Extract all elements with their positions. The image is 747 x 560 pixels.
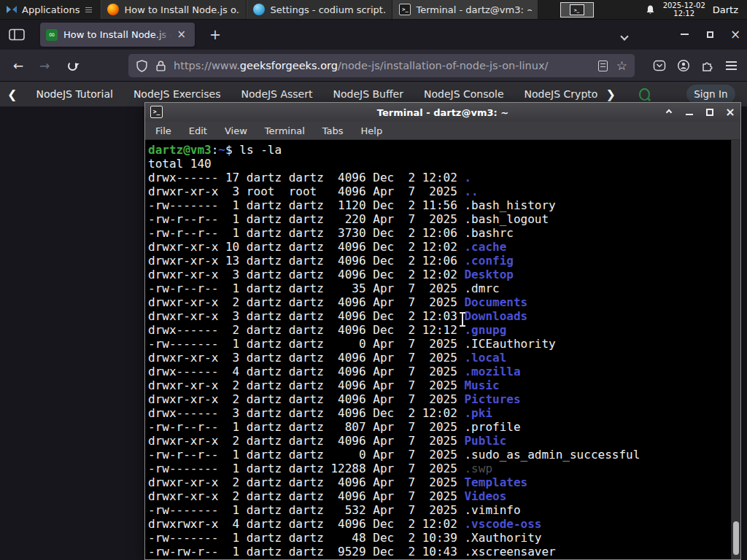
- reader-mode-icon[interactable]: [598, 61, 608, 71]
- terminal-line: drwx------ 2 dartz dartz 4096 Dec 2 12:1…: [148, 323, 731, 337]
- menu-lines-icon: [85, 7, 92, 12]
- terminal-minimize-button[interactable]: [684, 106, 695, 118]
- terminal-line: -rw-r--r-- 1 dartz dartz 3730 Dec 2 12:0…: [148, 226, 731, 240]
- codium-icon: [253, 4, 265, 15]
- clock[interactable]: 2025-12-02 12:12: [663, 1, 705, 18]
- terminal-titlebar[interactable]: >_ Terminal - dartz@vm3: ~ ×: [145, 103, 740, 122]
- nav-scroll-left-icon[interactable]: ❮: [7, 88, 17, 101]
- desktop: Applications How to Install Node.js o...…: [0, 0, 747, 560]
- terminal-line: -rw-r--r-- 1 dartz dartz 0 Apr 7 2025 .s…: [148, 448, 731, 462]
- terminal-menu-tabs[interactable]: Tabs: [322, 125, 344, 136]
- terminal-output[interactable]: dartz@vm3:~$ ls -latotal 140drwx------ 1…: [145, 140, 731, 559]
- terminal-app-icon: >_: [150, 106, 163, 118]
- system-tray: 2025-12-02 12:12 Dartz: [594, 0, 747, 19]
- account-icon[interactable]: [676, 59, 690, 73]
- terminal-line: drwxr-xr-x 13 dartz dartz 4096 Dec 2 12:…: [148, 254, 731, 268]
- terminal-line: drwxr-xr-x 2 dartz dartz 4096 Apr 7 2025…: [148, 378, 731, 392]
- terminal-window: >_ Terminal - dartz@vm3: ~ × FileEditVie…: [144, 102, 741, 560]
- terminal-line: total 140: [148, 157, 731, 171]
- terminal-line: -rw-rw-r-- 1 dartz dartz 9529 Dec 2 10:4…: [148, 545, 731, 559]
- url-path: /node-js/installation-of-node-js-on-linu…: [338, 60, 548, 71]
- window-button-label: How to Install Node.js o...: [124, 4, 240, 15]
- clock-date: 2025-12-02: [663, 1, 705, 9]
- terminal-line: -rw-r--r-- 1 dartz dartz 35 Apr 7 2025 .…: [148, 281, 731, 295]
- firefox-icon: [107, 4, 119, 15]
- nav-item[interactable]: NodeJS Exercises: [133, 88, 221, 100]
- terminal-line: -rw-r--r-- 1 dartz dartz 807 Apr 7 2025 …: [148, 420, 731, 434]
- terminal-scrollbar-thumb[interactable]: [733, 521, 739, 555]
- terminal-title: Terminal - dartz@vm3: ~: [377, 107, 508, 118]
- terminal-line: -rw------- 1 dartz dartz 48 Dec 2 10:39 …: [148, 531, 731, 545]
- extensions-puzzle-icon[interactable]: [700, 59, 714, 73]
- terminal-scrollbar[interactable]: [731, 140, 740, 559]
- nav-item-list: NodeJS TutorialNodeJS ExercisesNodeJS As…: [36, 88, 603, 100]
- sign-in-button[interactable]: Sign In: [686, 85, 735, 104]
- terminal-line: -rw------- 1 dartz dartz 12288 Apr 7 202…: [148, 462, 731, 475]
- terminal-menu-terminal[interactable]: Terminal: [265, 125, 305, 136]
- navigation-toolbar: ← → https://www.geeksforgeeks.org/node-j…: [0, 50, 747, 82]
- geeksforgeeks-favicon: ∞: [46, 29, 58, 41]
- terminal-line: drwxr-xr-x 3 dartz dartz 4096 Dec 2 12:0…: [148, 309, 731, 323]
- terminal-line: drwx------ 3 dartz dartz 4096 Dec 2 12:0…: [148, 406, 731, 420]
- terminal-line: drwxr-xr-x 10 dartz dartz 4096 Dec 2 12:…: [148, 240, 731, 254]
- nav-scroll-right-icon[interactable]: ❯: [606, 88, 616, 101]
- nav-item[interactable]: NodeJS Console: [424, 88, 504, 100]
- window-button-list: How to Install Node.js o...Settings - co…: [101, 0, 538, 19]
- terminal-menu-file[interactable]: File: [155, 125, 171, 136]
- terminal-line: -rw------- 1 dartz dartz 0 Apr 7 2025 .I…: [148, 337, 731, 351]
- terminal-maximize-button[interactable]: [704, 106, 716, 118]
- user-menu[interactable]: Dartz: [713, 4, 741, 15]
- browser-maximize-button[interactable]: [699, 24, 721, 44]
- menu-hamburger-icon[interactable]: [724, 59, 738, 73]
- terminal-line: drwxr-xr-x 2 dartz dartz 4096 Apr 7 2025…: [148, 434, 731, 448]
- url-scheme: https://www.: [174, 60, 240, 71]
- panel-window-button-firefox[interactable]: How to Install Node.js o...: [101, 0, 247, 19]
- terminal-line: drwxr-xr-x 3 root root 4096 Apr 7 2025 .…: [148, 184, 731, 198]
- forward-button[interactable]: →: [35, 57, 54, 74]
- terminal-line: drwxr-xr-x 3 dartz dartz 4096 Apr 7 2025…: [148, 351, 731, 365]
- lock-icon[interactable]: [155, 60, 167, 72]
- terminal-line: dartz@vm3:~$ ls -la: [148, 143, 731, 157]
- search-icon[interactable]: [639, 88, 650, 101]
- nav-item[interactable]: NodeJS Buffer: [333, 88, 403, 100]
- terminal-line: drwx------ 4 dartz dartz 4096 Apr 7 2025…: [148, 365, 731, 378]
- pocket-icon[interactable]: [652, 59, 666, 73]
- tab-title: How to Install Node.js on: [63, 29, 171, 40]
- mouse-cursor: [462, 313, 463, 326]
- nav-item[interactable]: NodeJS Assert: [241, 88, 312, 100]
- terminal-shade-button[interactable]: [663, 106, 675, 118]
- terminal-close-button[interactable]: ×: [724, 106, 736, 118]
- window-button-label: Terminal - dartz@vm3: ~: [416, 4, 532, 15]
- firefox-view-icon[interactable]: [9, 28, 25, 41]
- browser-minimize-button[interactable]: [673, 24, 695, 44]
- workspace-switcher[interactable]: >_: [560, 2, 594, 18]
- terminal-menu-view[interactable]: View: [225, 125, 247, 136]
- back-button[interactable]: ←: [9, 57, 28, 74]
- browser-close-button[interactable]: ×: [724, 24, 746, 44]
- nav-item[interactable]: NodeJS Crypto: [525, 88, 598, 100]
- terminal-menubar: FileEditViewTerminalTabsHelp: [145, 122, 740, 140]
- browser-tab[interactable]: ∞ How to Install Node.js on ×: [40, 23, 195, 47]
- applications-label: Applications: [22, 4, 80, 15]
- terminal-window-controls: ×: [663, 103, 736, 122]
- terminal-line: drwx------ 17 dartz dartz 4096 Dec 2 12:…: [148, 171, 731, 184]
- terminal-line: -rw------- 1 dartz dartz 532 Apr 7 2025 …: [148, 503, 731, 517]
- terminal-menu-help[interactable]: Help: [361, 125, 383, 136]
- applications-menu-button[interactable]: Applications: [0, 0, 98, 19]
- shield-icon[interactable]: [136, 60, 148, 72]
- tab-bar: ∞ How to Install Node.js on × + ×: [0, 20, 747, 50]
- panel-window-button-terminal[interactable]: >_Terminal - dartz@vm3: ~: [392, 0, 538, 19]
- distro-logo-icon: [6, 4, 18, 15]
- notification-bell-icon[interactable]: [645, 4, 656, 15]
- tab-close-icon[interactable]: ×: [174, 28, 189, 41]
- reload-button[interactable]: [63, 57, 82, 74]
- new-tab-button[interactable]: +: [204, 26, 226, 43]
- bookmark-star-icon[interactable]: ☆: [616, 58, 627, 73]
- url-bar[interactable]: https://www.geeksforgeeks.org/node-js/in…: [128, 54, 635, 77]
- terminal-menu-edit[interactable]: Edit: [189, 125, 207, 136]
- terminal-line: drwxr-xr-x 3 dartz dartz 4096 Dec 2 12:0…: [148, 268, 731, 281]
- nav-item[interactable]: NodeJS Tutorial: [36, 88, 112, 100]
- panel-window-button-codium[interactable]: Settings - codium script...: [247, 0, 392, 19]
- toolbar-right-icons: [652, 50, 747, 82]
- list-tabs-chevron-icon[interactable]: [622, 28, 627, 42]
